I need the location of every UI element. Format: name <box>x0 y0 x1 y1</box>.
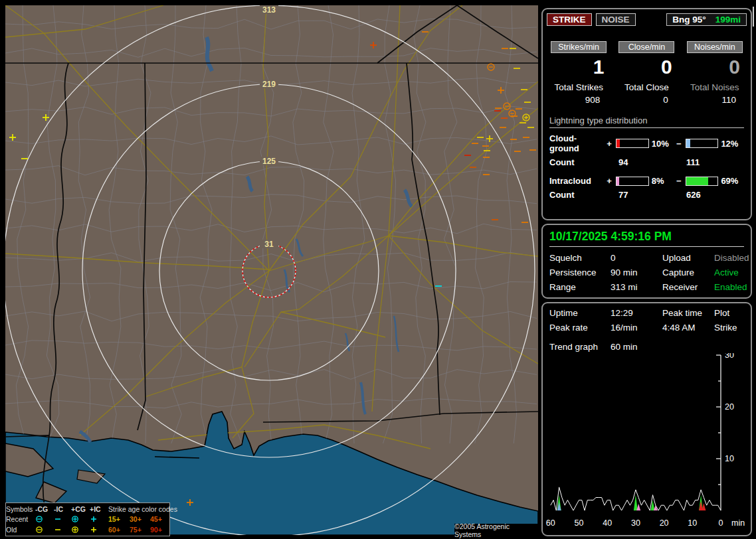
svg-text:313: 313 <box>262 5 276 15</box>
minus-icon <box>54 526 71 534</box>
svg-text:31: 31 <box>264 240 274 249</box>
trend-graph-value: 60 min <box>611 342 744 352</box>
trend-graph-label: Trend graph <box>549 342 611 352</box>
squelch-label: Squelch <box>549 253 611 263</box>
squelch-value: 0 <box>611 253 662 263</box>
ic-negative-count: 626 <box>686 190 701 200</box>
age-code-60: 60+ <box>108 526 130 534</box>
svg-text:219: 219 <box>262 80 276 89</box>
window-edge-mark <box>753 7 754 27</box>
noises-per-min-value: 0 <box>684 56 745 81</box>
distance-value: 199mi <box>715 15 741 25</box>
plus-sign: + <box>605 176 614 186</box>
ic-count-label: Count <box>549 190 618 200</box>
minus-sign: − <box>674 139 683 149</box>
svg-text:10: 10 <box>688 518 697 528</box>
cg-positive-pct: 10% <box>652 139 675 149</box>
persistence-label: Persistence <box>549 268 611 277</box>
ic-positive-pct: 8% <box>652 176 675 186</box>
legend-row-recent: Recent <box>6 515 35 524</box>
receiver-label: Receiver <box>662 282 714 292</box>
receiver-status: Enabled <box>714 282 749 292</box>
cg-positive-bar <box>616 139 648 148</box>
circle-minus-icon <box>35 515 54 524</box>
total-close-value: 0 <box>616 95 677 105</box>
circle-minus-icon <box>35 526 54 534</box>
total-strikes-value: 908 <box>548 95 609 105</box>
strike-button[interactable]: STRIKE <box>547 13 592 26</box>
svg-text:125: 125 <box>262 157 276 166</box>
status-panel: 10/17/2025 4:59:16 PM Squelch 0 Upload D… <box>541 224 752 299</box>
close-per-min-button[interactable]: Close/min <box>618 41 674 53</box>
trend-graph-chart: 1020306050403020100min <box>543 353 748 531</box>
capture-status: Active <box>714 268 749 277</box>
svg-text:60: 60 <box>546 518 555 528</box>
persistence-value: 90 min <box>611 268 662 277</box>
svg-text:min: min <box>731 518 745 528</box>
noises-per-min-button[interactable]: Noises/min <box>687 41 743 53</box>
uptime-value: 12:29 <box>611 308 662 318</box>
ic-negative-bar <box>686 177 718 186</box>
peak-rate-value: 16/min <box>611 323 662 333</box>
age-code-75: 75+ <box>130 526 150 534</box>
strike-stats-panel: STRIKE NOISE Bng 95° 199mi Strikes/min C… <box>541 8 752 220</box>
peak-time-value: 4:48 AM <box>662 323 714 333</box>
map-legend: Symbols -CG -IC +CG +IC Strike age color… <box>5 502 170 536</box>
range-value: 313 mi <box>611 282 662 292</box>
minus-icon <box>54 515 71 524</box>
plus-icon <box>90 526 108 534</box>
total-noises-label: Total Noises <box>684 82 745 92</box>
age-code-90: 90+ <box>150 526 169 534</box>
ic-positive-count: 77 <box>618 190 686 200</box>
minus-sign: − <box>674 176 683 186</box>
peak-time-label: Peak time <box>662 308 714 318</box>
total-strikes-label: Total Strikes <box>548 82 609 92</box>
datetime-display: 10/17/2025 4:59:16 PM <box>549 230 744 247</box>
legend-col-cg-pos: +CG <box>71 505 90 514</box>
ic-negative-pct: 69% <box>721 176 744 186</box>
age-code-15: 15+ <box>108 515 130 524</box>
cg-negative-bar <box>686 139 718 148</box>
uptime-label: Uptime <box>549 308 611 318</box>
strikes-per-min-button[interactable]: Strikes/min <box>551 41 607 53</box>
legend-col-cg-neg: -CG <box>35 505 54 514</box>
capture-label: Capture <box>662 268 714 277</box>
legend-col-ic-neg: -IC <box>54 505 71 514</box>
svg-text:30: 30 <box>631 518 640 528</box>
svg-text:30: 30 <box>725 353 734 360</box>
svg-text:40: 40 <box>603 518 612 528</box>
copyright-text: ©2005 Astrogenic Systems <box>454 524 538 536</box>
plot-mode-value: Strike <box>714 323 744 333</box>
age-code-45: 45+ <box>150 515 169 524</box>
ic-positive-bar <box>616 177 648 186</box>
cg-positive-count: 94 <box>618 157 686 167</box>
circle-plus-icon <box>71 515 90 524</box>
total-close-label: Total Close <box>616 82 677 92</box>
plus-icon <box>90 515 108 524</box>
peak-rate-label: Peak rate <box>549 323 611 333</box>
cg-count-label: Count <box>549 157 618 167</box>
total-noises-value: 110 <box>684 95 745 105</box>
legend-col-ic-pos: +IC <box>90 505 108 514</box>
svg-text:10: 10 <box>725 454 734 463</box>
svg-text:50: 50 <box>575 518 584 528</box>
close-per-min-value: 0 <box>616 56 677 81</box>
app-window: 31321912531 Symbols -CG -IC +CG +IC Stri… <box>0 0 756 539</box>
svg-text:0: 0 <box>719 518 723 528</box>
intracloud-label: Intracloud <box>549 176 605 186</box>
distribution-title: Lightning type distribution <box>549 116 744 128</box>
legend-age-header: Strike age color codes <box>108 505 169 514</box>
legend-symbols-header: Symbols <box>6 505 35 514</box>
circle-plus-icon <box>71 526 90 534</box>
cg-negative-pct: 12% <box>721 139 744 149</box>
cloud-ground-label: Cloud-ground <box>549 133 605 153</box>
strikes-per-min-value: 1 <box>548 56 609 81</box>
legend-row-old: Old <box>6 526 35 534</box>
noise-button[interactable]: NOISE <box>596 13 636 26</box>
plus-sign: + <box>605 139 614 149</box>
lightning-map[interactable]: 31321912531 <box>5 5 538 535</box>
range-label: Range <box>549 282 611 292</box>
bearing-readout[interactable]: Bng 95° 199mi <box>666 13 747 26</box>
trend-panel: Uptime 12:29 Peak time Plot Peak rate 16… <box>541 302 752 536</box>
upload-label: Upload <box>662 253 714 263</box>
